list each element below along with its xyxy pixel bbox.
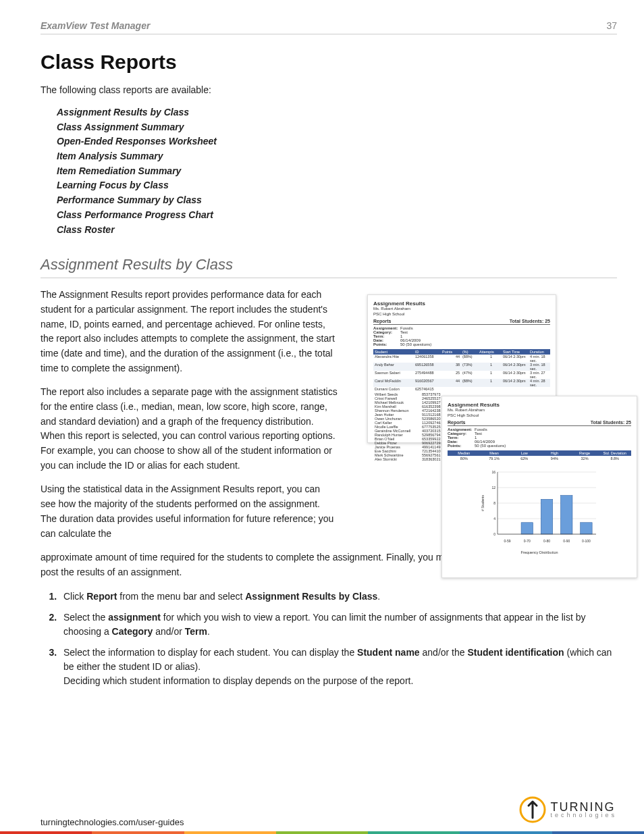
logo-text-bottom: technologies [550,812,617,818]
step-item: Select the information to display for ea… [59,646,617,688]
rs-total-students: Total Students: 25 [591,420,631,425]
section-title: Assignment Results by Class [41,256,617,278]
svg-text:16: 16 [491,470,495,474]
body-paragraph: The Assignment Results report provides p… [41,288,338,375]
report-item: Item Remediation Summary [57,164,617,179]
page-header: ExamView Test Manager 37 [41,20,617,34]
page-title: Class Reports [41,51,617,74]
table-row: Dumani Codon625746415 [373,387,550,391]
table-row: Carol McFaddin91602056744(88%)106/14 2:3… [373,379,550,387]
svg-text:4: 4 [493,517,495,521]
stats-header: MedianMeanLowHighRangeStd. Deviation [448,450,631,456]
svg-text:12: 12 [491,486,495,490]
svg-text:8: 8 [493,501,495,505]
rs-reports-label: Reports [448,420,465,425]
step-item: Click Report from the menu bar and selec… [59,590,617,604]
svg-text:0-100: 0-100 [582,539,591,543]
rs-school: PSC High School [448,413,631,417]
chart-caption: Frequency Distribution [448,550,631,554]
footer-url: turningtechnologies.com/user-guides [41,817,184,827]
body-paragraph: Using the statistical data in the Assign… [41,482,338,541]
rs-meta: Assignment:Fossils Category:Test Term:1 … [373,326,550,346]
report-item: Assignment Results by Class [57,105,617,120]
color-stripe [0,831,644,834]
report-item: Learning Focus by Class [57,178,617,193]
rs-title: Assignment Results [373,301,550,307]
svg-text:0-80: 0-80 [543,539,550,543]
report-list: Assignment Results by Class Class Assign… [57,105,617,237]
svg-rect-17 [560,496,572,535]
report-item: Item Analysis Summary [57,149,617,164]
stats-row: 80%79.1%62%94%32%8.8% [448,456,631,461]
logo-text-top: TURNING [550,802,617,812]
rs-total-students: Total Students: 25 [510,319,550,323]
svg-rect-13 [521,523,533,534]
logo-icon [519,796,546,823]
rs-title: Assignment Results [448,402,631,408]
turning-logo: TURNING technologies [519,796,617,823]
rs-meta: Assignment:Fossils Category:Test Term:1 … [448,427,631,448]
body-paragraph: The report also includes a separate page… [41,385,338,473]
rs-table-header: StudentIDPoints(%)AttemptsStart TimeDura… [373,349,550,355]
rs-reports-label: Reports [373,319,391,323]
svg-text:# Students: # Students [481,495,485,511]
steps-list: Click Report from the menu bar and selec… [59,590,617,688]
page-footer: turningtechnologies.com/user-guides TURN… [41,816,617,827]
page-number: 37 [606,20,617,31]
report-item: Class Performance Progress Chart [57,208,617,223]
report-item: Class Assignment Summary [57,120,617,135]
header-title: ExamView Test Manager [41,20,150,31]
svg-text:0-70: 0-70 [524,539,531,543]
svg-rect-19 [581,523,593,534]
intro-text: The following class reports are availabl… [41,83,617,97]
table-row: Alexandra Hite12406135844(88%)106/14 2:3… [373,355,550,363]
step-item: Select the assignment for which you wish… [59,610,617,639]
report-item: Performance Summary by Class [57,193,617,208]
svg-rect-15 [541,499,553,534]
report-figure: Assignment Results Ms. Robert Abraham PS… [367,294,617,571]
report-sheet-stats: Assignment Results Ms. Robert Abraham PS… [441,396,637,578]
table-row: Sasmon Saberi27549448825(47%)106/14 2:30… [373,371,550,379]
svg-text:0: 0 [493,532,495,536]
report-item: Open-Ended Responses Worksheet [57,134,617,149]
table-row: Andy Behar69512655838(73%)106/14 2:30pm3… [373,363,550,371]
svg-text:0-90: 0-90 [563,539,570,543]
content-wrap: The Assignment Results report provides p… [41,288,617,687]
rs-school: PSC High School [373,312,550,316]
rs-teacher: Ms. Robert Abraham [373,307,550,311]
report-item: Class Roster [57,223,617,238]
svg-text:0-59: 0-59 [504,539,511,543]
rs-teacher: Ms. Robert Abraham [448,408,631,412]
frequency-chart: 0481216# Students0-590-700-800-900-100 F… [448,468,631,554]
